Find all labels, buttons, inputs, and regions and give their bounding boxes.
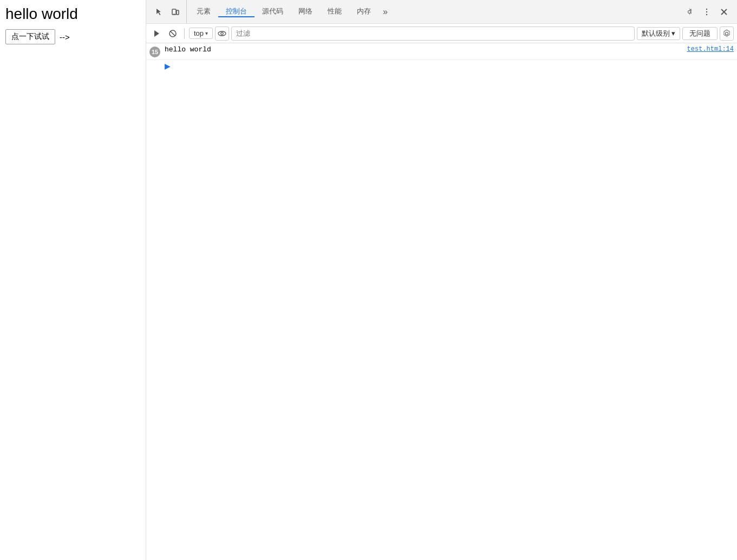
devtools-tabs: 元素 控制台 源代码 网络 性能 内存 »	[187, 6, 679, 17]
block-button[interactable]	[166, 27, 180, 41]
tab-performance[interactable]: 性能	[320, 6, 349, 17]
console-expand-row: ▶	[146, 60, 737, 72]
context-dropdown-arrow: ▾	[205, 30, 208, 36]
settings-icon[interactable]	[682, 4, 697, 19]
page-title: hello world	[5, 5, 140, 23]
console-toolbar: top ▾ 默认级别 ▾ 无问题	[146, 24, 737, 43]
close-icon[interactable]	[716, 4, 732, 19]
no-issues-button[interactable]: 无问题	[682, 27, 718, 40]
tab-memory[interactable]: 内存	[349, 6, 379, 17]
device-toggle-icon[interactable]	[168, 4, 183, 19]
svg-rect-1	[177, 10, 179, 15]
tab-more-icon[interactable]: »	[379, 6, 392, 17]
tab-console[interactable]: 控制台	[218, 6, 255, 17]
inspect-icon[interactable]	[152, 4, 167, 19]
console-settings-button[interactable]	[720, 27, 734, 41]
level-dropdown-arrow: ▾	[671, 29, 675, 37]
webpage-panel: hello world 点一下试试 -->	[0, 0, 146, 560]
toolbar-icon-group-left	[148, 0, 187, 23]
no-issues-label: 无问题	[689, 29, 710, 37]
tab-network[interactable]: 网络	[291, 6, 320, 17]
level-label: 默认级别	[642, 29, 670, 38]
click-button[interactable]: 点一下试试	[5, 29, 55, 44]
svg-point-12	[221, 32, 223, 34]
log-message: hello world	[165, 45, 683, 54]
level-selector[interactable]: 默认级别 ▾	[637, 27, 680, 40]
log-source[interactable]: test.html:14	[687, 45, 734, 53]
more-options-icon[interactable]	[699, 4, 714, 19]
svg-line-10	[171, 31, 175, 36]
svg-point-4	[706, 11, 707, 12]
toolbar-right	[679, 4, 735, 19]
log-count-badge: 15	[149, 47, 160, 57]
separator-1	[184, 28, 185, 39]
svg-marker-8	[154, 30, 159, 37]
run-button[interactable]	[149, 27, 164, 41]
svg-point-5	[706, 14, 707, 15]
page-button-row: 点一下试试 -->	[5, 29, 140, 44]
arrow-text: -->	[60, 32, 70, 42]
tab-elements[interactable]: 元素	[189, 6, 218, 17]
filter-input[interactable]	[231, 27, 635, 41]
context-label: top	[194, 29, 204, 37]
devtools-panel: 元素 控制台 源代码 网络 性能 内存 »	[146, 0, 737, 560]
console-content: 15 hello world test.html:14 ▶	[146, 43, 737, 560]
expand-arrow-icon[interactable]: ▶	[165, 62, 171, 70]
eye-button[interactable]	[215, 27, 229, 41]
context-selector[interactable]: top ▾	[189, 28, 213, 39]
console-log-row: 15 hello world test.html:14	[146, 43, 737, 60]
devtools-toolbar: 元素 控制台 源代码 网络 性能 内存 »	[146, 0, 737, 24]
tab-sources[interactable]: 源代码	[255, 6, 291, 17]
svg-point-3	[706, 8, 707, 9]
